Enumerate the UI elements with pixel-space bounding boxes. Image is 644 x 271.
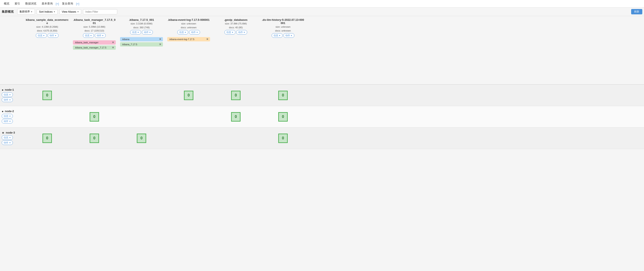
- alias-tags-event-log: .kibana-event-log-7.17.5 ✕: [167, 37, 210, 42]
- alias-close-kibana[interactable]: ✕: [159, 38, 161, 41]
- shard-box: 0: [137, 134, 146, 143]
- shard-node3-ds-ilm: 0: [260, 132, 306, 145]
- index-size-ecommerce: size: 4.13Mi (8.26Mi): [36, 26, 58, 28]
- index-name-task-manager: .kibana_task_manager_7.17.5_001: [73, 18, 116, 25]
- nav-indices[interactable]: 索引: [12, 1, 22, 6]
- index-size-task-manager: size: 5.39Mi (10.8Mi): [84, 26, 105, 28]
- nav-data-browser[interactable]: 数据浏览: [23, 1, 38, 6]
- info-btn-event-log[interactable]: 信息 ▼: [177, 30, 188, 34]
- index-actions-event-log: 信息 ▼ 动作 ▼: [177, 30, 200, 34]
- index-actions-kibana: 信息 ▼ 动作 ▼: [130, 30, 153, 34]
- index-actions-geoip: 信息 ▼ 动作 ▼: [224, 30, 247, 34]
- view-aliases-button[interactable]: View Aliases ▼: [60, 9, 81, 14]
- nav-complex-query[interactable]: 复合查询: [60, 1, 75, 6]
- shard-box: 0: [231, 112, 240, 122]
- index-actions-ds-ilm: 信息 ▼ 动作 ▼: [272, 33, 294, 38]
- info-caret: ▼: [43, 34, 45, 37]
- index-docs-ecommerce: docs: 4,675 (9,350): [37, 29, 58, 32]
- index-col-event-log: .kibana-event-log-7.17.5-000001 size: un…: [165, 18, 212, 42]
- alias-close-kibana-717[interactable]: ✕: [159, 43, 161, 46]
- action-btn-event-log[interactable]: 动作 ▼: [189, 30, 200, 34]
- nav-basic-query[interactable]: 基本查询: [40, 1, 55, 6]
- action-btn-task-manager[interactable]: 动作 ▼: [95, 33, 106, 38]
- cluster-sort-button[interactable]: 集群排序 ▼: [17, 9, 35, 14]
- alias-close-event-log[interactable]: ✕: [206, 38, 208, 41]
- index-filter-input[interactable]: [83, 9, 117, 14]
- alias-close-task-manager[interactable]: ✕: [112, 41, 114, 44]
- action-btn-ecommerce[interactable]: 动作 ▼: [48, 33, 58, 38]
- index-name-kibana: .kibana_7.17.5_001: [129, 18, 154, 22]
- action-caret: ▼: [55, 34, 56, 37]
- index-col-ecommerce: kibana_sample_data_ecommerce size: 4.13M…: [24, 18, 71, 40]
- node-2-info-btn[interactable]: 信息 ▼: [2, 114, 13, 118]
- info-btn-task-manager[interactable]: 信息 ▼: [83, 33, 94, 38]
- node-3-action-btn[interactable]: 动作 ▼: [2, 140, 13, 145]
- node-3-info-btn[interactable]: 信息 ▼: [2, 135, 13, 140]
- index-name-event-log: .kibana-event-log-7.17.5-000001: [168, 18, 210, 22]
- info-btn-ecommerce[interactable]: 信息 ▼: [36, 33, 47, 38]
- shard-node3-event-log: [165, 136, 212, 140]
- action-btn-ds-ilm[interactable]: 动作 ▼: [284, 33, 294, 38]
- shard-box: 0: [90, 112, 99, 122]
- index-col-ds-ilm: .ds-ilm-history-5-2022.07.13-000001 size…: [260, 18, 306, 40]
- index-name-geoip: .geoip_databases: [224, 18, 248, 22]
- nav-complex-add[interactable]: [+]: [76, 2, 79, 5]
- node-1-info: ● node-1 信息 ▼ 动作 ▼: [0, 86, 24, 104]
- action-btn-kibana[interactable]: 动作 ▼: [142, 30, 153, 34]
- cluster-sort-caret: ▼: [31, 11, 32, 13]
- action-btn-geoip[interactable]: 动作 ▼: [236, 30, 247, 34]
- node-1-icon: ●: [2, 88, 4, 92]
- shard-node3-task-manager: 0: [71, 132, 118, 145]
- shard-box: 0: [278, 134, 288, 143]
- index-col-task-manager: .kibana_task_manager_7.17.5_001 size: 5.…: [71, 18, 118, 50]
- node-2-action-btn[interactable]: 动作 ▼: [2, 119, 13, 124]
- shard-node1-task-manager: [71, 93, 118, 98]
- refresh-button[interactable]: 刷新: [631, 9, 642, 14]
- shard-node3-geoip: [212, 136, 260, 140]
- alias-kibana: .kibana ✕: [120, 37, 163, 42]
- index-actions-task-manager: 信息 ▼ 动作 ▼: [83, 33, 106, 38]
- info-btn-kibana[interactable]: 信息 ▼: [130, 30, 141, 34]
- node-2-icon: ●: [2, 110, 4, 113]
- shard-node3-kibana: 0: [118, 132, 165, 145]
- shard-node1-ds-ilm: 0: [260, 88, 306, 102]
- view-aliases-caret: ▼: [77, 11, 79, 13]
- alias-tags-kibana: .kibana ✕ .kibana_7.17.5 ✕: [120, 37, 163, 46]
- info-btn-ds-ilm[interactable]: 信息 ▼: [272, 33, 282, 38]
- shard-box: 0: [278, 91, 288, 100]
- index-size-ds-ilm: size: unknown: [276, 26, 290, 28]
- index-name-ds-ilm: .ds-ilm-history-5-2022.07.13-000001: [262, 18, 304, 25]
- shard-node2-ecommerce: [24, 115, 71, 119]
- index-docs-kibana: docs: 360 (748): [133, 26, 150, 29]
- info-btn-geoip[interactable]: 信息 ▼: [224, 30, 236, 34]
- index-size-geoip: size: 37.8Mi (75.6Mi): [225, 22, 247, 25]
- index-docs-event-log: docs: unknown: [181, 26, 196, 29]
- shard-node3-ecommerce: 0: [24, 132, 71, 145]
- index-actions-ecommerce: 信息 ▼ 动作 ▼: [36, 33, 58, 38]
- cluster-sort-label: 集群排序: [20, 10, 30, 14]
- nav-basic-add[interactable]: [+]: [56, 2, 59, 5]
- sort-indices-button[interactable]: Sort Indices ▼: [37, 9, 58, 14]
- view-aliases-label: View Aliases: [62, 10, 76, 13]
- node-2-name: node-2: [5, 110, 14, 113]
- index-docs-task-manager: docs: 17 (109,510): [84, 29, 104, 32]
- shard-node1-kibana: [118, 93, 165, 98]
- node-row-1: ● node-1 信息 ▼ 动作 ▼ 0 0: [0, 85, 644, 106]
- node-3-icon: ★: [2, 131, 4, 134]
- node-1-action-btn[interactable]: 动作 ▼: [2, 98, 13, 102]
- alias-tags-task-manager: .kibana_task_manager ✕ .kibana_task_mana…: [73, 40, 116, 50]
- sort-indices-label: Sort Indices: [39, 10, 52, 13]
- top-nav: 概览 索引 数据浏览 基本查询 [+] 复合查询 [+]: [0, 0, 644, 8]
- nav-overview[interactable]: 概览: [2, 1, 12, 6]
- index-size-kibana: size: 3.31Mi (6.65Mi): [130, 22, 152, 25]
- alias-close-task-manager-717[interactable]: ✕: [112, 46, 114, 49]
- alias-kibana-717: .kibana_7.17.5 ✕: [120, 42, 163, 46]
- node-row-3: ★ node-3 信息 ▼ 动作 ▼ 0 0 0: [0, 128, 644, 149]
- node-row-2: ● node-2 信息 ▼ 动作 ▼ 0 0: [0, 106, 644, 128]
- node-1-info-btn[interactable]: 信息 ▼: [2, 92, 13, 97]
- node-3-name: node-3: [6, 131, 15, 134]
- shard-box: 0: [90, 134, 99, 143]
- index-docs-ds-ilm: docs: unknown: [275, 29, 291, 32]
- shard-node2-kibana: [118, 115, 165, 119]
- alias-task-manager-717: .kibana_task_manager_7.17.5 ✕: [73, 46, 116, 50]
